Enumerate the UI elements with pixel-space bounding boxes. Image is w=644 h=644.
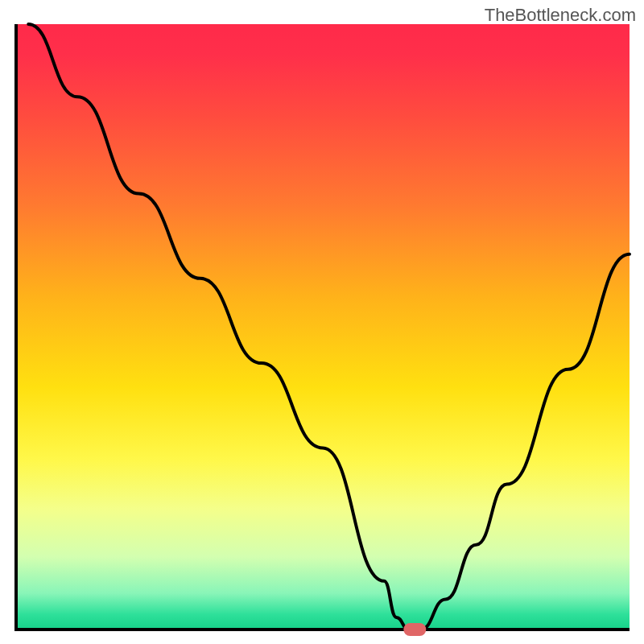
optimal-marker	[403, 623, 426, 636]
plot-background	[16, 24, 630, 630]
bottleneck-chart	[0, 0, 644, 644]
chart-canvas: TheBottleneck.com	[0, 0, 644, 644]
